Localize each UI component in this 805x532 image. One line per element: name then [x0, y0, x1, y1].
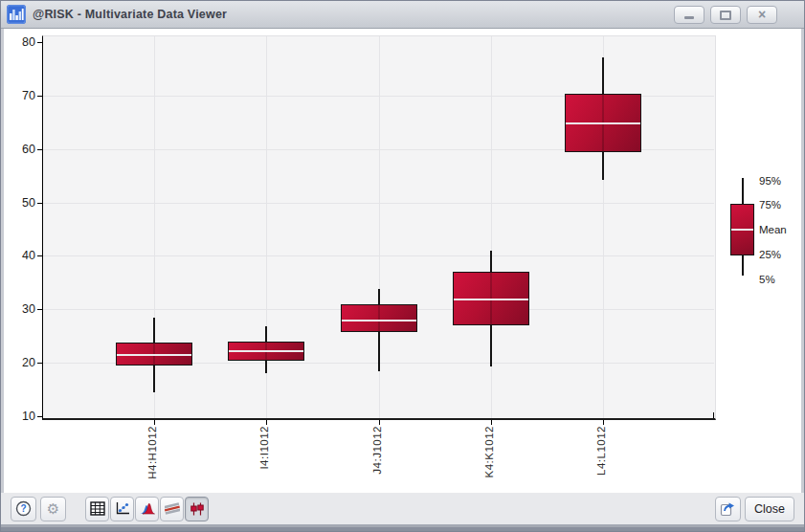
y-axis-tick	[37, 149, 42, 150]
footer: ? ⚙	[1, 493, 804, 531]
bar-chart-icon	[7, 5, 26, 24]
mean-line	[454, 299, 528, 300]
table-view-icon	[90, 501, 105, 516]
y-axis-label: 70	[9, 88, 35, 103]
close-button[interactable]: Close	[745, 497, 794, 521]
x-axis-label: H4:H1012	[146, 426, 158, 479]
y-axis-tick	[37, 416, 42, 417]
mean-line	[342, 320, 416, 321]
boxplot-view-icon	[190, 501, 205, 517]
boxplot-chart: 95% 75% Mean 25% 5% 1020304050607080H4:H…	[4, 29, 801, 495]
export-button[interactable]	[715, 497, 741, 521]
y-axis-label: 20	[9, 355, 35, 370]
x-axis-tick	[154, 420, 155, 425]
y-axis-label: 80	[9, 34, 35, 50]
export-icon	[720, 500, 736, 517]
y-axis-label: 40	[9, 248, 35, 263]
x-axis-label: L4:L1012	[595, 426, 607, 476]
x-axis-tick	[266, 420, 267, 425]
y-axis-label: 60	[9, 142, 35, 157]
y-axis-tick	[37, 96, 42, 97]
upper-whisker	[153, 318, 155, 343]
upper-whisker	[602, 57, 604, 94]
mean-line	[229, 350, 303, 352]
maximize-button[interactable]	[710, 6, 741, 24]
close-icon: ×	[758, 8, 766, 21]
window-controls: ×	[674, 6, 777, 24]
x-axis-tick	[491, 420, 492, 425]
y-axis-label: 30	[9, 301, 35, 317]
minimize-icon	[684, 16, 694, 19]
close-button-label: Close	[754, 502, 785, 516]
content-area: 95% 75% Mean 25% 5% 1020304050607080H4:H…	[4, 29, 801, 495]
distribution-view-icon	[139, 501, 155, 516]
lower-whisker	[490, 325, 492, 366]
svg-text:?: ?	[20, 503, 26, 514]
legend-label-mean: Mean	[759, 222, 787, 237]
lower-whisker	[153, 366, 155, 392]
mean-line	[117, 354, 191, 356]
scatter-view-button[interactable]	[110, 497, 134, 521]
distribution-view-button[interactable]	[135, 497, 159, 521]
upper-whisker	[490, 251, 492, 272]
legend-upper-whisker	[742, 178, 744, 204]
legend-lower-whisker	[742, 255, 744, 276]
y-axis-tick	[37, 363, 42, 364]
legend-label-75: 75%	[759, 197, 781, 212]
overlay-view-button[interactable]	[160, 497, 184, 521]
y-axis-label: 10	[9, 409, 35, 424]
scatter-view-icon	[115, 501, 130, 516]
help-icon: ?	[15, 500, 32, 517]
maximize-icon	[720, 11, 731, 20]
toolbar: ? ⚙	[1, 493, 804, 524]
lower-whisker	[378, 332, 380, 371]
legend-label-5: 5%	[759, 272, 775, 287]
window-title: @RISK - Multivariate Data Viewer	[33, 8, 227, 21]
y-axis-tick	[37, 203, 42, 204]
legend-label-95: 95%	[759, 173, 781, 188]
y-axis-tick	[37, 309, 42, 310]
lower-whisker	[265, 361, 267, 373]
settings-gear-icon: ⚙	[47, 501, 59, 516]
table-view-button[interactable]	[85, 497, 109, 521]
close-window-button[interactable]: ×	[747, 6, 777, 24]
x-axis-tick	[379, 420, 380, 425]
axis-end-tick	[713, 412, 714, 418]
y-axis-label: 50	[9, 195, 35, 211]
x-axis-tick	[603, 420, 604, 425]
x-axis-label: J4:J1012	[371, 426, 383, 475]
y-axis-tick	[37, 42, 42, 43]
window-bottom-edge	[1, 527, 804, 531]
box-center-seam	[378, 305, 380, 330]
mean-line	[566, 122, 640, 124]
x-axis-label: I4:I1012	[258, 426, 270, 470]
legend-label-25: 25%	[759, 247, 781, 262]
lower-whisker	[602, 152, 604, 180]
upper-whisker	[378, 289, 380, 304]
boxplot-view-button[interactable]	[185, 497, 209, 521]
legend-mean-line	[731, 229, 753, 231]
minimize-button[interactable]	[674, 6, 704, 24]
overlay-view-icon	[165, 501, 180, 516]
settings-button[interactable]: ⚙	[40, 497, 66, 521]
upper-whisker	[265, 326, 267, 342]
y-axis-tick	[37, 255, 42, 256]
multivariate-data-viewer-window: @RISK - Multivariate Data Viewer × 95% 7…	[0, 0, 805, 532]
x-axis-label: K4:K1012	[483, 426, 495, 478]
titlebar: @RISK - Multivariate Data Viewer ×	[1, 1, 804, 29]
help-button[interactable]: ?	[11, 497, 36, 521]
